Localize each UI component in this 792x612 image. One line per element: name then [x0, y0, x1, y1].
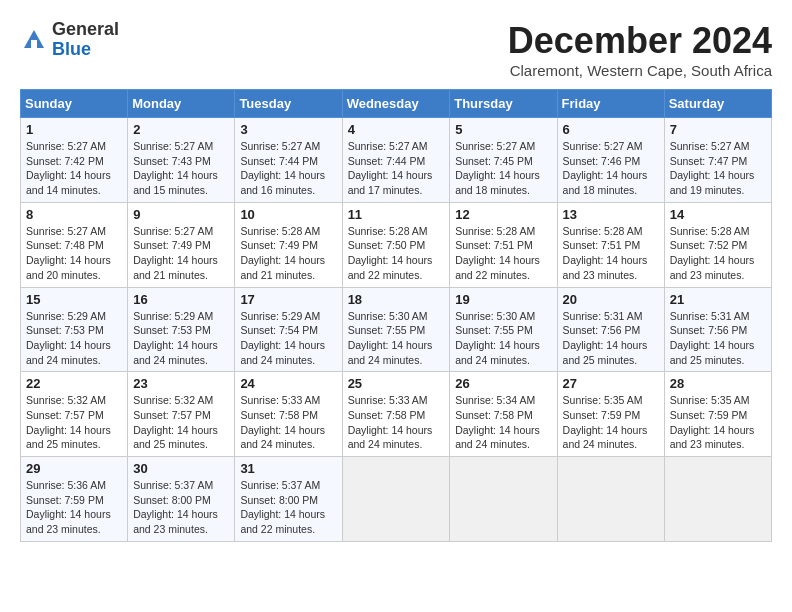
- calendar-day-cell: 18Sunrise: 5:30 AMSunset: 7:55 PMDayligh…: [342, 287, 450, 372]
- calendar-day-cell: 16Sunrise: 5:29 AMSunset: 7:53 PMDayligh…: [128, 287, 235, 372]
- day-number: 24: [240, 376, 336, 391]
- day-number: 18: [348, 292, 445, 307]
- calendar-day-cell: 13Sunrise: 5:28 AMSunset: 7:51 PMDayligh…: [557, 202, 664, 287]
- calendar-day-cell: 7Sunrise: 5:27 AMSunset: 7:47 PMDaylight…: [664, 118, 771, 203]
- day-info: Sunrise: 5:29 AMSunset: 7:54 PMDaylight:…: [240, 310, 325, 366]
- day-number: 11: [348, 207, 445, 222]
- day-number: 7: [670, 122, 766, 137]
- day-info: Sunrise: 5:28 AMSunset: 7:51 PMDaylight:…: [455, 225, 540, 281]
- day-info: Sunrise: 5:30 AMSunset: 7:55 PMDaylight:…: [455, 310, 540, 366]
- day-info: Sunrise: 5:31 AMSunset: 7:56 PMDaylight:…: [670, 310, 755, 366]
- day-info: Sunrise: 5:27 AMSunset: 7:49 PMDaylight:…: [133, 225, 218, 281]
- day-number: 9: [133, 207, 229, 222]
- day-of-week-header: Thursday: [450, 90, 557, 118]
- day-number: 28: [670, 376, 766, 391]
- calendar-day-cell: 4Sunrise: 5:27 AMSunset: 7:44 PMDaylight…: [342, 118, 450, 203]
- title-block: December 2024 Claremont, Western Cape, S…: [508, 20, 772, 79]
- calendar-day-cell: 28Sunrise: 5:35 AMSunset: 7:59 PMDayligh…: [664, 372, 771, 457]
- calendar-day-cell: 24Sunrise: 5:33 AMSunset: 7:58 PMDayligh…: [235, 372, 342, 457]
- svg-rect-1: [31, 40, 37, 48]
- calendar-day-cell: 1Sunrise: 5:27 AMSunset: 7:42 PMDaylight…: [21, 118, 128, 203]
- day-number: 30: [133, 461, 229, 476]
- day-info: Sunrise: 5:27 AMSunset: 7:45 PMDaylight:…: [455, 140, 540, 196]
- day-info: Sunrise: 5:33 AMSunset: 7:58 PMDaylight:…: [240, 394, 325, 450]
- day-number: 5: [455, 122, 551, 137]
- calendar-day-cell: 19Sunrise: 5:30 AMSunset: 7:55 PMDayligh…: [450, 287, 557, 372]
- day-number: 25: [348, 376, 445, 391]
- calendar-day-cell: 20Sunrise: 5:31 AMSunset: 7:56 PMDayligh…: [557, 287, 664, 372]
- day-info: Sunrise: 5:28 AMSunset: 7:50 PMDaylight:…: [348, 225, 433, 281]
- calendar-day-cell: 17Sunrise: 5:29 AMSunset: 7:54 PMDayligh…: [235, 287, 342, 372]
- calendar-day-cell: [450, 457, 557, 542]
- day-info: Sunrise: 5:35 AMSunset: 7:59 PMDaylight:…: [563, 394, 648, 450]
- day-number: 27: [563, 376, 659, 391]
- calendar-day-cell: 11Sunrise: 5:28 AMSunset: 7:50 PMDayligh…: [342, 202, 450, 287]
- day-info: Sunrise: 5:30 AMSunset: 7:55 PMDaylight:…: [348, 310, 433, 366]
- day-info: Sunrise: 5:29 AMSunset: 7:53 PMDaylight:…: [26, 310, 111, 366]
- calendar-day-cell: 2Sunrise: 5:27 AMSunset: 7:43 PMDaylight…: [128, 118, 235, 203]
- day-info: Sunrise: 5:27 AMSunset: 7:46 PMDaylight:…: [563, 140, 648, 196]
- calendar-week-row: 8Sunrise: 5:27 AMSunset: 7:48 PMDaylight…: [21, 202, 772, 287]
- day-number: 22: [26, 376, 122, 391]
- day-number: 16: [133, 292, 229, 307]
- calendar-day-cell: 22Sunrise: 5:32 AMSunset: 7:57 PMDayligh…: [21, 372, 128, 457]
- calendar-day-cell: [664, 457, 771, 542]
- month-year-title: December 2024: [508, 20, 772, 62]
- calendar-day-cell: [342, 457, 450, 542]
- calendar-table: SundayMondayTuesdayWednesdayThursdayFrid…: [20, 89, 772, 542]
- day-number: 12: [455, 207, 551, 222]
- calendar-day-cell: 5Sunrise: 5:27 AMSunset: 7:45 PMDaylight…: [450, 118, 557, 203]
- day-info: Sunrise: 5:33 AMSunset: 7:58 PMDaylight:…: [348, 394, 433, 450]
- calendar-day-cell: 15Sunrise: 5:29 AMSunset: 7:53 PMDayligh…: [21, 287, 128, 372]
- day-number: 26: [455, 376, 551, 391]
- day-info: Sunrise: 5:32 AMSunset: 7:57 PMDaylight:…: [26, 394, 111, 450]
- calendar-day-cell: 9Sunrise: 5:27 AMSunset: 7:49 PMDaylight…: [128, 202, 235, 287]
- day-number: 1: [26, 122, 122, 137]
- day-info: Sunrise: 5:34 AMSunset: 7:58 PMDaylight:…: [455, 394, 540, 450]
- day-of-week-header: Sunday: [21, 90, 128, 118]
- calendar-day-cell: 8Sunrise: 5:27 AMSunset: 7:48 PMDaylight…: [21, 202, 128, 287]
- calendar-day-cell: 27Sunrise: 5:35 AMSunset: 7:59 PMDayligh…: [557, 372, 664, 457]
- day-number: 29: [26, 461, 122, 476]
- day-info: Sunrise: 5:35 AMSunset: 7:59 PMDaylight:…: [670, 394, 755, 450]
- calendar-day-cell: 23Sunrise: 5:32 AMSunset: 7:57 PMDayligh…: [128, 372, 235, 457]
- day-number: 13: [563, 207, 659, 222]
- calendar-day-cell: 25Sunrise: 5:33 AMSunset: 7:58 PMDayligh…: [342, 372, 450, 457]
- day-info: Sunrise: 5:28 AMSunset: 7:51 PMDaylight:…: [563, 225, 648, 281]
- day-info: Sunrise: 5:36 AMSunset: 7:59 PMDaylight:…: [26, 479, 111, 535]
- calendar-day-cell: 12Sunrise: 5:28 AMSunset: 7:51 PMDayligh…: [450, 202, 557, 287]
- day-info: Sunrise: 5:32 AMSunset: 7:57 PMDaylight:…: [133, 394, 218, 450]
- day-number: 23: [133, 376, 229, 391]
- day-info: Sunrise: 5:27 AMSunset: 7:44 PMDaylight:…: [348, 140, 433, 196]
- day-number: 17: [240, 292, 336, 307]
- day-info: Sunrise: 5:29 AMSunset: 7:53 PMDaylight:…: [133, 310, 218, 366]
- day-info: Sunrise: 5:27 AMSunset: 7:43 PMDaylight:…: [133, 140, 218, 196]
- day-info: Sunrise: 5:37 AMSunset: 8:00 PMDaylight:…: [133, 479, 218, 535]
- logo: General Blue: [20, 20, 119, 60]
- calendar-day-cell: 3Sunrise: 5:27 AMSunset: 7:44 PMDaylight…: [235, 118, 342, 203]
- day-number: 14: [670, 207, 766, 222]
- day-info: Sunrise: 5:27 AMSunset: 7:47 PMDaylight:…: [670, 140, 755, 196]
- day-number: 8: [26, 207, 122, 222]
- calendar-day-cell: 21Sunrise: 5:31 AMSunset: 7:56 PMDayligh…: [664, 287, 771, 372]
- logo-text: General Blue: [52, 20, 119, 60]
- day-number: 6: [563, 122, 659, 137]
- calendar-day-cell: 14Sunrise: 5:28 AMSunset: 7:52 PMDayligh…: [664, 202, 771, 287]
- calendar-day-cell: 31Sunrise: 5:37 AMSunset: 8:00 PMDayligh…: [235, 457, 342, 542]
- day-number: 20: [563, 292, 659, 307]
- day-info: Sunrise: 5:28 AMSunset: 7:49 PMDaylight:…: [240, 225, 325, 281]
- day-of-week-header: Tuesday: [235, 90, 342, 118]
- calendar-week-row: 29Sunrise: 5:36 AMSunset: 7:59 PMDayligh…: [21, 457, 772, 542]
- day-info: Sunrise: 5:27 AMSunset: 7:48 PMDaylight:…: [26, 225, 111, 281]
- calendar-day-cell: 26Sunrise: 5:34 AMSunset: 7:58 PMDayligh…: [450, 372, 557, 457]
- day-info: Sunrise: 5:27 AMSunset: 7:42 PMDaylight:…: [26, 140, 111, 196]
- page-header: General Blue December 2024 Claremont, We…: [20, 20, 772, 79]
- day-number: 21: [670, 292, 766, 307]
- logo-icon: [20, 26, 48, 54]
- day-number: 31: [240, 461, 336, 476]
- calendar-day-cell: 29Sunrise: 5:36 AMSunset: 7:59 PMDayligh…: [21, 457, 128, 542]
- day-number: 3: [240, 122, 336, 137]
- calendar-header-row: SundayMondayTuesdayWednesdayThursdayFrid…: [21, 90, 772, 118]
- calendar-day-cell: [557, 457, 664, 542]
- calendar-week-row: 22Sunrise: 5:32 AMSunset: 7:57 PMDayligh…: [21, 372, 772, 457]
